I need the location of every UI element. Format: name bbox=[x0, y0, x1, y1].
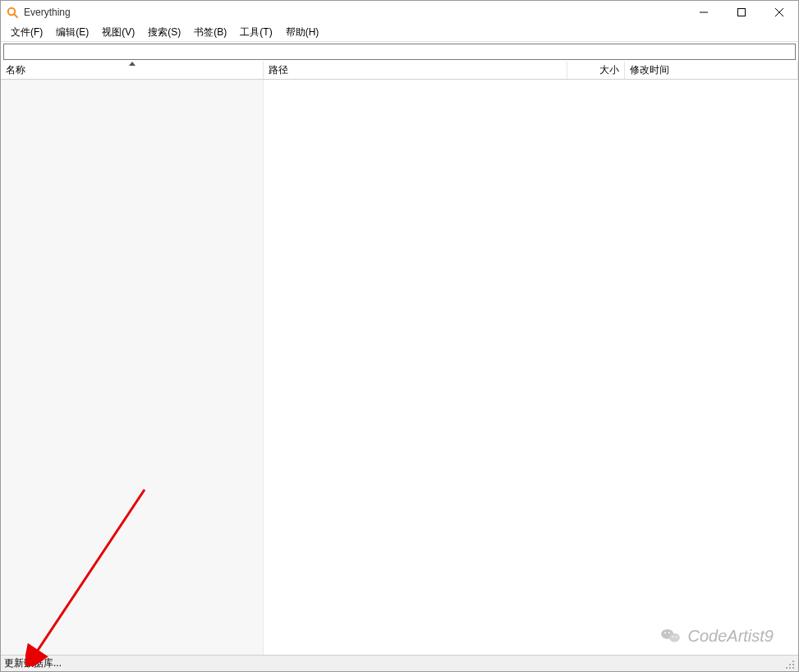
column-header-size[interactable]: 大小 bbox=[567, 62, 625, 79]
sort-ascending-icon bbox=[129, 62, 135, 66]
svg-point-7 bbox=[792, 664, 794, 665]
svg-line-1 bbox=[14, 14, 17, 17]
menu-file[interactable]: 文件(F) bbox=[4, 24, 49, 41]
column-label-size: 大小 bbox=[599, 63, 619, 77]
svg-point-6 bbox=[792, 660, 794, 662]
svg-point-9 bbox=[792, 667, 794, 669]
maximize-button[interactable] bbox=[723, 1, 760, 24]
column-header-path[interactable]: 路径 bbox=[264, 62, 567, 79]
status-text: 更新数据库... bbox=[4, 656, 62, 670]
status-bar: 更新数据库... bbox=[1, 655, 798, 671]
title-bar-left: Everything bbox=[6, 6, 71, 19]
column-label-mtime: 修改时间 bbox=[630, 63, 669, 77]
svg-rect-3 bbox=[738, 9, 746, 16]
svg-point-10 bbox=[789, 667, 791, 669]
column-header-mtime[interactable]: 修改时间 bbox=[625, 62, 798, 79]
window-controls bbox=[685, 1, 798, 24]
column-label-path: 路径 bbox=[269, 63, 288, 77]
menu-search[interactable]: 搜索(S) bbox=[141, 24, 187, 41]
column-header-name[interactable]: 名称 bbox=[1, 62, 264, 79]
details-pane bbox=[264, 80, 798, 655]
name-column-pane bbox=[1, 80, 264, 655]
menu-bar: 文件(F) 编辑(E) 视图(V) 搜索(S) 书签(B) 工具(T) 帮助(H… bbox=[1, 24, 798, 42]
menu-edit[interactable]: 编辑(E) bbox=[49, 24, 95, 41]
menu-tools[interactable]: 工具(T) bbox=[233, 24, 278, 41]
svg-point-11 bbox=[786, 667, 788, 669]
menu-bookmark[interactable]: 书签(B) bbox=[187, 24, 233, 41]
resize-grip[interactable] bbox=[783, 658, 795, 670]
menu-view[interactable]: 视图(V) bbox=[95, 24, 141, 41]
search-bar bbox=[1, 42, 798, 62]
minimize-button[interactable] bbox=[685, 1, 723, 24]
search-input[interactable] bbox=[3, 44, 796, 60]
svg-point-8 bbox=[789, 664, 791, 665]
app-icon bbox=[6, 6, 19, 19]
app-title: Everything bbox=[24, 7, 71, 18]
menu-help[interactable]: 帮助(H) bbox=[279, 24, 326, 41]
column-label-name: 名称 bbox=[6, 63, 25, 77]
results-area bbox=[1, 80, 798, 655]
close-button[interactable] bbox=[760, 1, 798, 24]
column-headers: 名称 路径 大小 修改时间 bbox=[1, 62, 798, 80]
title-bar: Everything bbox=[1, 1, 798, 24]
